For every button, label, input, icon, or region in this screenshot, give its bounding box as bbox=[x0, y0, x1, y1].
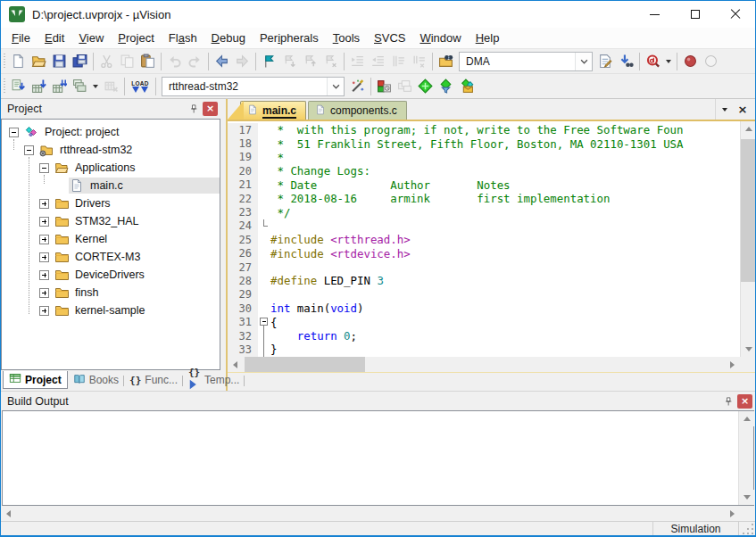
close-button[interactable] bbox=[715, 1, 755, 28]
menu-peripherals[interactable]: Peripherals bbox=[253, 29, 326, 47]
code-editor[interactable]: 17 * with this program; if not, write to… bbox=[228, 121, 740, 357]
select-software-packs-button[interactable] bbox=[436, 76, 456, 96]
tab-list-dropdown-button[interactable] bbox=[716, 101, 734, 119]
unindent-button[interactable] bbox=[368, 51, 388, 71]
navigate-forward-button[interactable] bbox=[232, 51, 253, 71]
menu-flash[interactable]: Flash bbox=[162, 29, 204, 47]
editor-tab-components-c[interactable]: components.c bbox=[308, 101, 407, 120]
project-tree[interactable]: Project: projectrtthread-stm32Applicatio… bbox=[1, 119, 220, 369]
incremental-find-button[interactable] bbox=[616, 51, 636, 71]
scroll-left-button[interactable] bbox=[1, 506, 16, 521]
rebuild-all-button[interactable] bbox=[49, 76, 70, 96]
start-stop-debug-button[interactable] bbox=[643, 51, 663, 71]
scroll-up-button[interactable] bbox=[739, 411, 754, 426]
tree-item-cortex-m3[interactable]: CORTEX-M3 bbox=[2, 248, 220, 266]
tree-item-project-project[interactable]: Project: project bbox=[2, 123, 220, 141]
tree-item-drivers[interactable]: Drivers bbox=[2, 194, 220, 212]
tree-expander-minus[interactable] bbox=[24, 145, 34, 155]
panel-tab-project[interactable]: Project bbox=[3, 371, 68, 389]
editor-horizontal-scrollbar[interactable] bbox=[228, 357, 755, 372]
menu-project[interactable]: Project bbox=[111, 29, 161, 47]
download-load-button[interactable]: LOAD bbox=[128, 76, 153, 97]
panel-tab-books[interactable]: Books bbox=[68, 371, 124, 389]
navigate-back-button[interactable] bbox=[212, 51, 232, 71]
build-button[interactable] bbox=[29, 76, 49, 96]
paste-button[interactable] bbox=[137, 51, 158, 71]
tree-item-rtthread-stm32[interactable]: rtthread-stm32 bbox=[2, 141, 220, 159]
build-output-text[interactable] bbox=[3, 411, 738, 505]
build-output-close-button[interactable]: × bbox=[737, 394, 752, 409]
tree-item-stm32-hal[interactable]: STM32_HAL bbox=[2, 212, 220, 230]
tree-expander-plus[interactable] bbox=[39, 235, 49, 244]
tree-item-main-c[interactable]: main.c bbox=[2, 177, 220, 194]
resize-grip[interactable] bbox=[741, 522, 755, 536]
insert-remove-breakpoint-button[interactable] bbox=[680, 51, 701, 71]
bookmark-next-button[interactable] bbox=[279, 51, 300, 71]
search-combobox[interactable]: DMA bbox=[459, 52, 593, 71]
menu-edit[interactable]: Edit bbox=[37, 29, 71, 47]
multi-project-workspace-button[interactable] bbox=[395, 76, 415, 96]
scroll-down-button[interactable] bbox=[741, 342, 756, 357]
open-file-button[interactable] bbox=[29, 51, 49, 71]
scroll-down-button[interactable] bbox=[739, 490, 754, 505]
debug-dropdown-caret[interactable] bbox=[663, 51, 674, 71]
toolbar-grip[interactable] bbox=[4, 78, 5, 95]
panel-tab-func[interactable]: {}Func... bbox=[124, 371, 183, 389]
tree-expander-plus[interactable] bbox=[39, 270, 49, 280]
build-output-vertical-scrollbar[interactable] bbox=[738, 411, 753, 505]
menu-view[interactable]: View bbox=[71, 29, 111, 47]
close-document-button[interactable]: × bbox=[734, 101, 752, 119]
find-in-files-button[interactable] bbox=[436, 51, 456, 71]
manage-project-items-button[interactable] bbox=[374, 76, 395, 96]
tree-expander-minus[interactable] bbox=[39, 163, 49, 173]
panel-tab-temp[interactable]: {}Temp... bbox=[183, 371, 245, 389]
target-options-button[interactable] bbox=[347, 76, 368, 96]
tree-expander-plus[interactable] bbox=[39, 252, 49, 262]
menu-file[interactable]: File bbox=[4, 29, 37, 47]
maximize-button[interactable] bbox=[675, 1, 715, 28]
target-combobox-dropdown-button[interactable] bbox=[327, 78, 344, 95]
save-button[interactable] bbox=[49, 51, 70, 71]
build-output-horizontal-scrollbar[interactable] bbox=[1, 506, 755, 521]
enable-disable-breakpoint-button[interactable] bbox=[701, 51, 721, 71]
tree-expander-minus[interactable] bbox=[9, 128, 19, 137]
tree-item-applications[interactable]: Applications bbox=[2, 159, 220, 177]
undo-button[interactable] bbox=[164, 51, 185, 71]
editor-hscroll-thumb[interactable] bbox=[245, 357, 365, 372]
cut-button[interactable] bbox=[96, 51, 117, 71]
project-panel-close-button[interactable]: × bbox=[203, 102, 218, 116]
scroll-right-button[interactable] bbox=[725, 357, 740, 372]
minimize-button[interactable] bbox=[635, 1, 675, 28]
tree-item-devicedrivers[interactable]: DeviceDrivers bbox=[2, 266, 220, 284]
uncomment-selection-button[interactable] bbox=[409, 51, 429, 71]
translate-file-button[interactable] bbox=[8, 76, 29, 96]
editor-tab-main-c[interactable]: main.c bbox=[240, 101, 306, 120]
find-in-files-dialog-button[interactable] bbox=[595, 51, 616, 71]
new-file-button[interactable] bbox=[8, 51, 29, 71]
redo-button[interactable] bbox=[185, 51, 205, 71]
bookmark-clear-all-button[interactable] bbox=[320, 51, 341, 71]
scroll-left-button[interactable] bbox=[228, 357, 243, 372]
stop-build-button[interactable] bbox=[101, 76, 121, 96]
scroll-up-button[interactable] bbox=[741, 121, 756, 136]
build-output-pin-button[interactable] bbox=[720, 394, 735, 409]
menu-debug[interactable]: Debug bbox=[204, 29, 253, 47]
tree-expander-plus[interactable] bbox=[39, 199, 49, 209]
search-combobox-dropdown-button[interactable] bbox=[575, 53, 592, 70]
menu-svcs[interactable]: SVCS bbox=[367, 29, 412, 47]
editor-vertical-scrollbar[interactable] bbox=[740, 121, 755, 357]
project-panel-pin-button[interactable] bbox=[186, 102, 201, 116]
indent-button[interactable] bbox=[347, 51, 368, 71]
copy-button[interactable] bbox=[117, 51, 137, 71]
pack-installer-button[interactable] bbox=[456, 76, 477, 96]
scroll-right-button[interactable] bbox=[725, 506, 740, 521]
batch-build-dropdown-caret[interactable] bbox=[90, 76, 101, 96]
target-combobox[interactable]: rtthread-stm32 bbox=[162, 77, 345, 96]
bookmark-toggle-button[interactable] bbox=[259, 51, 279, 71]
menu-tools[interactable]: Tools bbox=[326, 29, 367, 47]
tree-item-kernel-sample[interactable]: kernel-sample bbox=[2, 302, 220, 319]
manage-rte-button[interactable] bbox=[415, 76, 436, 96]
tree-expander-plus[interactable] bbox=[39, 217, 49, 227]
tree-item-kernel[interactable]: Kernel bbox=[2, 230, 220, 248]
fold-collapse-button[interactable] bbox=[260, 318, 268, 326]
